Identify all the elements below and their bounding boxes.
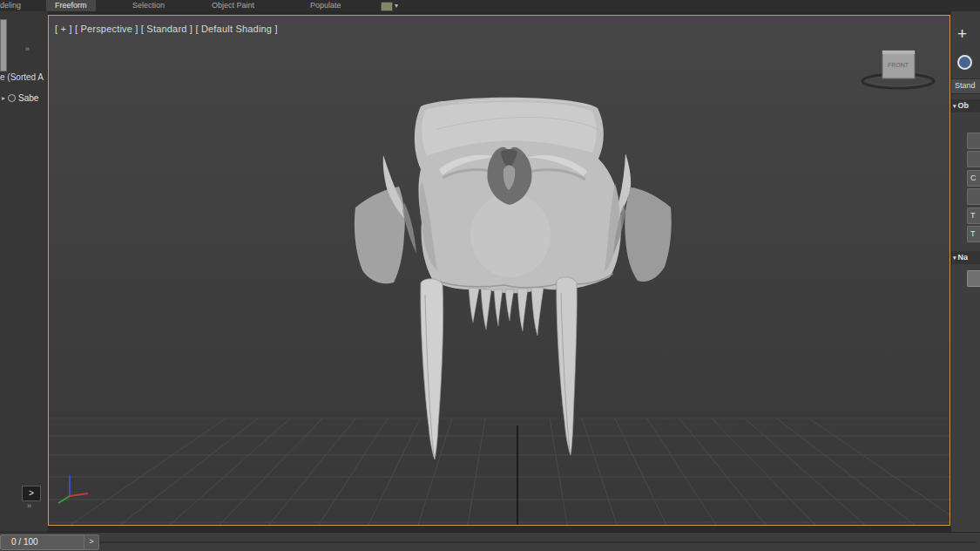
time-slider-handle[interactable]: 0 / 100: [0, 534, 92, 550]
collapsed-toolbar-strip[interactable]: [0, 19, 7, 71]
scene-explorer-sort-header[interactable]: e (Sorted A: [0, 72, 47, 82]
chevron-down-icon: ▾: [953, 99, 956, 112]
object-type-button[interactable]: [967, 151, 980, 167]
rollout-object-type-label: Ob: [958, 99, 970, 112]
viewcube-face-top-sheen: [882, 51, 915, 54]
object-dot-icon: [8, 94, 16, 102]
axis-tripod-icon: [58, 475, 88, 503]
rollout-object-type[interactable]: ▾ Ob: [951, 99, 980, 112]
expand-chevrons-icon[interactable]: »: [25, 44, 29, 53]
tab-modeling[interactable]: deling: [0, 0, 21, 11]
tab-populate[interactable]: Populate: [310, 0, 341, 11]
rollout-name-color-label: Na: [958, 251, 969, 264]
scene-explorer-item[interactable]: ▸ Sabe: [0, 92, 49, 104]
object-type-button[interactable]: C: [967, 170, 980, 187]
chevron-down-icon[interactable]: ▾: [395, 0, 398, 11]
object-type-button[interactable]: [967, 133, 980, 149]
next-frame-button[interactable]: >: [84, 534, 99, 550]
name-color-field[interactable]: [967, 270, 980, 287]
geometry-category-icon[interactable]: [957, 55, 972, 70]
create-tab-plus-icon[interactable]: +: [957, 25, 967, 42]
object-type-button[interactable]: T: [967, 226, 980, 242]
expander-arrow-icon: ▸: [2, 94, 5, 102]
tab-freeform[interactable]: Freeform: [46, 0, 96, 11]
object-type-button[interactable]: T: [967, 207, 980, 224]
expand-panel-button[interactable]: >: [22, 486, 41, 501]
viewport-scene: FRONT: [49, 16, 950, 525]
left-panel-strip: » e (Sorted A ▸ Sabe > »: [0, 11, 48, 532]
skull-model[interactable]: [355, 98, 672, 459]
ribbon-tab-bar: deling Freeform Selection Object Paint P…: [0, 0, 980, 11]
small-teeth: [469, 288, 544, 336]
ground-grid: [49, 418, 950, 525]
tab-selection[interactable]: Selection: [132, 0, 165, 11]
object-name-label: Sabe: [18, 93, 38, 103]
ribbon-display-icon[interactable]: [381, 2, 393, 11]
viewcube[interactable]: FRONT: [862, 51, 934, 88]
primitives-dropdown[interactable]: Stand: [951, 78, 980, 94]
expand-chevrons-icon[interactable]: »: [27, 501, 30, 510]
timeline-bar: 0 / 100 >: [0, 532, 980, 551]
viewcube-front-label: FRONT: [888, 62, 909, 68]
tab-object-paint[interactable]: Object Paint: [212, 0, 254, 11]
timeline-track[interactable]: [99, 541, 977, 543]
viewport-menus[interactable]: [ + ] [ Perspective ] [ Standard ] [ Def…: [55, 24, 278, 34]
skull-right-flare: [625, 187, 671, 282]
perspective-viewport[interactable]: FRONT [ + ] [ Perspective ] [ Standard ]…: [48, 15, 950, 526]
chevron-down-icon: ▾: [953, 251, 956, 264]
rollout-name-color[interactable]: ▾ Na: [951, 251, 980, 264]
right-saber-fang: [557, 277, 577, 455]
muzzle-highlight: [470, 194, 551, 277]
command-panel: + Stand ▾ Ob C T T ▾ Na: [951, 11, 980, 532]
object-type-button[interactable]: [967, 188, 980, 205]
